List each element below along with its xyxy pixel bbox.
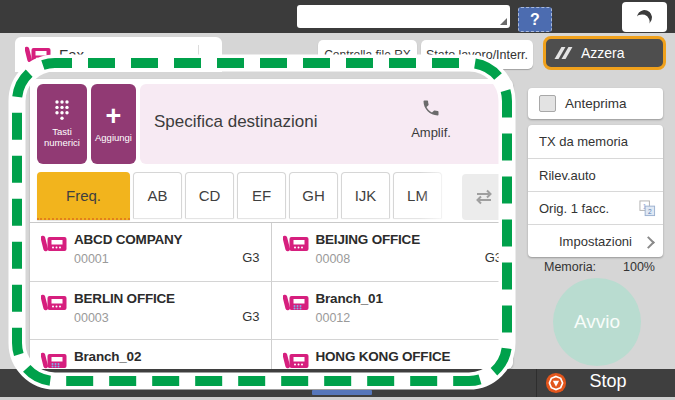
tab-ef[interactable]: EF (237, 172, 286, 218)
fax-app-icon (25, 45, 51, 65)
bottom-bar-divider (536, 369, 537, 397)
tab-ijk[interactable]: IJK (341, 172, 390, 218)
help-button[interactable]: ? (518, 7, 552, 32)
handset-icon (421, 98, 441, 118)
contact-name: ABCD COMPANY (74, 232, 182, 247)
destination-panel: Tasti numerici + Aggiungi Specifica dest… (30, 79, 513, 369)
add-destination-button[interactable]: + Aggiungi (91, 84, 136, 164)
original-sides-button[interactable]: Orig. 1 facc. (528, 191, 663, 224)
app-title: Fax (59, 46, 84, 63)
tab-divider (198, 45, 199, 65)
contact-code: 00012 (316, 311, 351, 325)
reset-button[interactable]: Azzera (543, 36, 666, 70)
contact-line-type: G3 (242, 250, 259, 265)
contact-cell[interactable]: BERLIN OFFICE 00003 G3 (30, 281, 272, 339)
reset-label: Azzera (581, 45, 625, 61)
contact-cell[interactable]: ABCD COMPANY 00001 G3 (30, 223, 272, 281)
plus-icon: + (106, 105, 122, 127)
numeric-keys-label: Tasti numerici (37, 127, 87, 149)
start-button[interactable]: Avvio (553, 278, 641, 366)
tab-ab[interactable]: AB (133, 172, 182, 218)
job-status-button[interactable]: Stato lavoro/Interr. (421, 40, 533, 69)
contact-code: 00008 (316, 252, 351, 266)
settings-label: Impostazioni (559, 234, 632, 249)
fax-contact-icon (41, 293, 67, 313)
tab-frequent[interactable]: Freq. (37, 172, 130, 220)
moon-icon (635, 7, 655, 27)
stop-button[interactable]: Stop (560, 371, 656, 392)
contact-cell[interactable]: HONG KONG OFFICE 00011 G3 (272, 339, 514, 369)
contact-name: HONG KONG OFFICE (316, 349, 451, 364)
tab-fax-app[interactable]: Fax (15, 37, 222, 72)
send-settings-stack: TX da memoria Rilev.auto Orig. 1 facc. I… (528, 125, 663, 257)
tab-gh[interactable]: GH (289, 172, 338, 218)
contact-line-type: G3 (242, 309, 259, 324)
contact-line-type: G3 (485, 250, 502, 265)
memory-status: Memoria: 100% (528, 260, 663, 274)
address-book-tab-row: Freq. AB CD EF GH IJK LM (37, 172, 506, 222)
tab-cd[interactable]: CD (185, 172, 234, 218)
tx-mode-label: TX da memoria (539, 134, 628, 149)
system-status-bar: ? (0, 0, 675, 33)
resolution-button[interactable]: Rilev.auto (528, 158, 663, 191)
fax-touch-screen: ? Fax Controlla file RX Stato lavoro/Int… (0, 0, 675, 400)
page-indicator (312, 390, 372, 395)
contact-cell[interactable]: BEIJING OFFICE 00008 G3 (272, 223, 514, 281)
tab-overflow-fade (420, 172, 462, 222)
bottom-hardware-bar: Stop (0, 369, 675, 397)
contact-cell[interactable]: Branch_01 00012 (272, 281, 514, 339)
contact-grid: ABCD COMPANY 00001 G3 BEIJING OFFICE 000… (30, 222, 513, 369)
memory-label: Memoria: (544, 260, 596, 274)
preview-checkbox[interactable] (539, 95, 556, 112)
destination-entry-bar[interactable]: Specifica destinazioni Amplif. (140, 84, 506, 164)
fax-contact-icon (41, 234, 67, 254)
contact-code: 00003 (74, 311, 109, 325)
original-sides-label: Orig. 1 facc. (539, 201, 609, 216)
chevron-right-icon (642, 236, 655, 249)
check-rx-file-button[interactable]: Controlla file RX (318, 40, 417, 69)
energy-saver-button[interactable] (622, 2, 667, 32)
keypad-icon (53, 99, 71, 121)
contact-code: 00001 (74, 252, 109, 266)
memory-value: 100% (623, 260, 655, 274)
resolution-label: Rilev.auto (539, 168, 596, 183)
on-hook-dial-button[interactable]: Amplif. (400, 98, 462, 140)
contact-name: Branch_01 (316, 291, 383, 306)
contact-name: BERLIN OFFICE (74, 291, 175, 306)
one-sided-original-icon (639, 200, 656, 217)
fax-contact-icon (283, 351, 309, 369)
tx-mode-button[interactable]: TX da memoria (528, 125, 663, 158)
switch-list-button[interactable] (462, 174, 506, 220)
contact-name: Branch_02 (74, 349, 141, 364)
destination-prompt: Specifica destinazioni (154, 112, 317, 132)
fax-group-contact-icon (41, 351, 67, 369)
add-label: Aggiungi (95, 133, 132, 144)
preview-label: Anteprima (565, 96, 627, 111)
numeric-keys-button[interactable]: Tasti numerici (37, 84, 87, 164)
preview-toggle[interactable]: Anteprima (528, 88, 663, 119)
contact-cell[interactable]: Branch_02 00013 (30, 339, 272, 369)
contact-name: BEIJING OFFICE (316, 232, 420, 247)
fax-group-contact-icon (283, 293, 309, 313)
expand-notifications-icon (500, 18, 507, 25)
system-message-display[interactable] (297, 5, 510, 28)
swap-arrows-icon (474, 189, 494, 205)
settings-button[interactable]: Impostazioni (528, 224, 663, 257)
fax-contact-icon (283, 234, 309, 254)
amplify-label: Amplif. (400, 125, 462, 140)
reset-slashes-icon (558, 47, 568, 59)
